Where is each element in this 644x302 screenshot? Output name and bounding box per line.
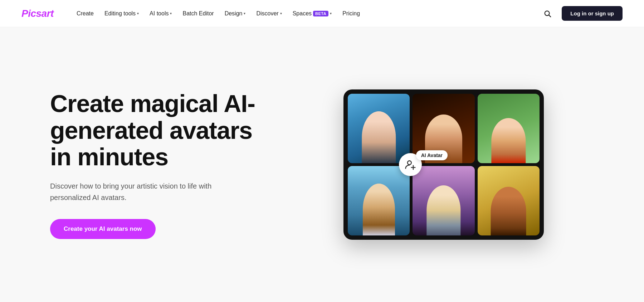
- nav-label-editing-tools: Editing tools: [104, 10, 136, 17]
- nav-links: Create Editing tools ▾ AI tools ▾ Batch …: [72, 8, 527, 20]
- hero-image: AI Avatar: [286, 89, 601, 240]
- smiling-woman-figure: [478, 94, 540, 163]
- svg-line-1: [549, 15, 551, 17]
- blonde-warrior-figure: [413, 166, 474, 235]
- nav-label-batch-editor: Batch Editor: [182, 10, 214, 17]
- nav-label-design: Design: [225, 10, 243, 17]
- dark-guy-figure: [348, 166, 410, 235]
- nav-item-ai-tools[interactable]: AI tools ▾: [145, 8, 176, 20]
- nav-item-pricing[interactable]: Pricing: [338, 8, 364, 20]
- nav-item-spaces[interactable]: Spaces BETA ▾: [288, 8, 336, 20]
- hero-title: Create magical AI-generated avatars in m…: [50, 90, 258, 170]
- search-button[interactable]: [540, 6, 555, 21]
- nav-item-discover[interactable]: Discover ▾: [252, 8, 286, 20]
- nav-item-editing-tools[interactable]: Editing tools ▾: [100, 8, 143, 20]
- nav-label-ai-tools: AI tools: [150, 10, 169, 17]
- hero-content: Create magical AI-generated avatars in m…: [50, 90, 258, 239]
- anime-girl-figure: [348, 94, 410, 163]
- nav-label-discover: Discover: [256, 10, 278, 17]
- nav-right: Log in or sign up: [540, 6, 623, 21]
- avatar-collage: AI Avatar: [343, 89, 544, 240]
- search-icon: [543, 10, 551, 18]
- nav-item-batch-editor[interactable]: Batch Editor: [178, 8, 218, 20]
- hero-subtitle: Discover how to bring your artistic visi…: [50, 180, 236, 203]
- collage-cell-anime-girl: [348, 94, 410, 163]
- nav-item-design[interactable]: Design ▾: [220, 8, 250, 20]
- collage-cell-smiling-woman: [478, 94, 540, 163]
- nav-label-pricing: Pricing: [342, 10, 360, 17]
- logo[interactable]: Picsart: [21, 8, 54, 19]
- beta-badge: BETA: [313, 11, 328, 16]
- cta-button[interactable]: Create your AI avatars now: [50, 219, 156, 239]
- hero-section: Create magical AI-generated avatars in m…: [0, 27, 644, 302]
- chevron-down-icon: ▾: [330, 11, 332, 15]
- login-button[interactable]: Log in or sign up: [562, 6, 623, 21]
- svg-point-2: [408, 161, 411, 165]
- brown-woman-figure: [478, 166, 540, 235]
- collage-cell-brown-woman: [478, 166, 540, 235]
- chevron-down-icon: ▾: [137, 11, 139, 15]
- chevron-down-icon: ▾: [280, 11, 282, 15]
- collage-cell-dark-guy: [348, 166, 410, 235]
- nav-item-create[interactable]: Create: [72, 8, 98, 20]
- nav-label-create: Create: [77, 10, 94, 17]
- navbar: Picsart Create Editing tools ▾ AI tools …: [0, 0, 644, 27]
- collage-cell-blonde-warrior: [413, 166, 474, 235]
- avatar-add-icon: [405, 159, 416, 170]
- nav-label-spaces: Spaces: [293, 10, 312, 17]
- chevron-down-icon: ▾: [244, 11, 245, 15]
- ai-avatar-label: AI Avatar: [416, 150, 448, 160]
- chevron-down-icon: ▾: [170, 11, 172, 15]
